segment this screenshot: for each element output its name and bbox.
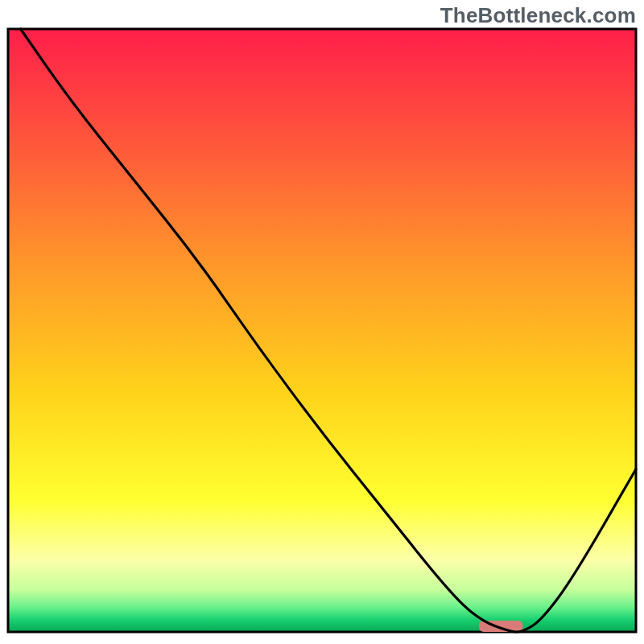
chart-background xyxy=(8,29,636,632)
chart-svg xyxy=(0,0,644,644)
chart-container: TheBottleneck.com xyxy=(0,0,644,644)
